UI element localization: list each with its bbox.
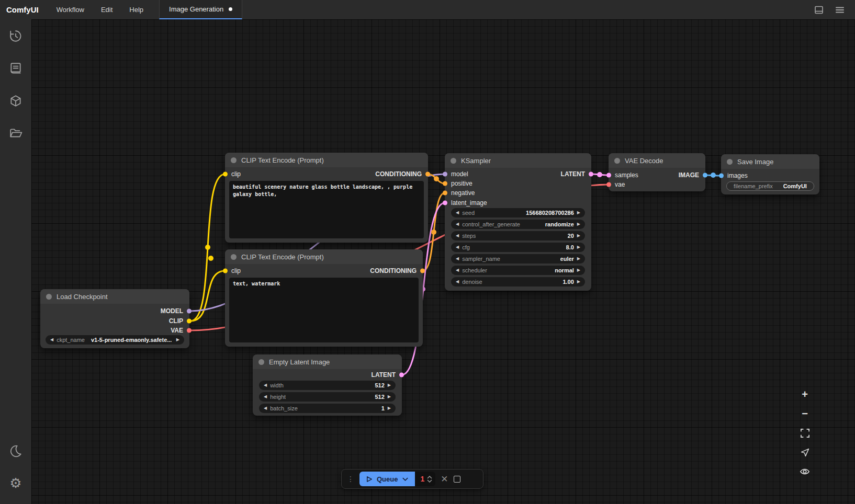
collapse-node-icon[interactable] bbox=[231, 157, 237, 163]
chevron-down-icon[interactable] bbox=[402, 476, 409, 483]
select-mode-arrow-icon[interactable] bbox=[798, 446, 811, 459]
collapse-node-icon[interactable] bbox=[727, 159, 733, 165]
decrement-arrow-icon[interactable]: ◀ bbox=[456, 245, 459, 249]
spinner-down-icon[interactable] bbox=[427, 479, 432, 483]
width-widget[interactable]: ◀ width 512 ▶ bbox=[259, 381, 396, 390]
increment-arrow-icon[interactable]: ▶ bbox=[388, 406, 391, 410]
node-ksampler[interactable]: KSampler model LATENT positive negative … bbox=[445, 153, 591, 291]
cfg-widget[interactable]: ◀ cfg 8.0 ▶ bbox=[451, 243, 585, 252]
workflows-folder-icon[interactable] bbox=[5, 123, 26, 144]
prev-value-arrow-icon[interactable]: ◀ bbox=[50, 338, 53, 342]
collapse-node-icon[interactable] bbox=[46, 294, 52, 300]
increment-arrow-icon[interactable]: ▶ bbox=[388, 395, 391, 399]
steps-widget[interactable]: ◀ steps 20 ▶ bbox=[451, 231, 585, 240]
next-value-arrow-icon[interactable]: ▶ bbox=[577, 222, 580, 226]
increment-arrow-icon[interactable]: ▶ bbox=[577, 245, 580, 249]
next-value-arrow-icon[interactable]: ▶ bbox=[176, 338, 179, 342]
increment-arrow-icon[interactable]: ▶ bbox=[388, 383, 391, 387]
hamburger-menu-icon[interactable] bbox=[832, 2, 848, 18]
theme-toggle-moon-icon[interactable] bbox=[5, 440, 26, 461]
denoise-widget[interactable]: ◀ denoise 1.00 ▶ bbox=[451, 277, 585, 287]
node-header[interactable]: CLIP Text Encode (Prompt) bbox=[225, 249, 423, 264]
prev-value-arrow-icon[interactable]: ◀ bbox=[456, 268, 459, 272]
collapse-node-icon[interactable] bbox=[231, 254, 237, 260]
decrement-arrow-icon[interactable]: ◀ bbox=[264, 406, 267, 410]
clip-input-slot[interactable] bbox=[223, 172, 228, 177]
next-value-arrow-icon[interactable]: ▶ bbox=[577, 257, 580, 261]
scheduler-widget[interactable]: ◀ scheduler normal ▶ bbox=[451, 266, 585, 275]
node-empty-latent-image[interactable]: Empty Latent Image LATENT ◀ width 512 ▶ … bbox=[253, 354, 402, 416]
queue-history-icon[interactable] bbox=[5, 26, 26, 47]
negative-input-slot[interactable] bbox=[443, 191, 447, 196]
zoom-in-icon[interactable]: + bbox=[798, 388, 811, 400]
toggle-link-visibility-eye-icon[interactable] bbox=[798, 465, 811, 478]
latent-output-slot[interactable] bbox=[399, 373, 404, 377]
vae-output-slot[interactable] bbox=[187, 328, 192, 333]
vae-input-slot[interactable] bbox=[606, 182, 611, 187]
node-header[interactable]: Empty Latent Image bbox=[253, 354, 402, 369]
image-output-slot[interactable] bbox=[703, 173, 707, 178]
images-input-slot[interactable] bbox=[719, 174, 724, 178]
tab-image-generation[interactable]: Image Generation bbox=[159, 0, 242, 19]
batch-size-widget[interactable]: ◀ batch_size 1 ▶ bbox=[259, 404, 396, 413]
bottom-panel-icon[interactable] bbox=[811, 2, 827, 18]
latent-image-input-slot[interactable] bbox=[443, 201, 447, 205]
height-widget[interactable]: ◀ height 512 ▶ bbox=[259, 392, 396, 402]
filename-prefix-widget[interactable]: filename_prefix ComfyUI bbox=[726, 181, 814, 191]
negative-prompt-textarea[interactable]: text, watermark bbox=[229, 278, 419, 342]
collapse-node-icon[interactable] bbox=[614, 158, 620, 164]
node-header[interactable]: VAE Decode bbox=[609, 153, 705, 168]
prev-value-arrow-icon[interactable]: ◀ bbox=[456, 222, 459, 226]
menu-edit[interactable]: Edit bbox=[93, 0, 121, 19]
settings-gear-icon[interactable]: ⚙ bbox=[5, 473, 26, 494]
node-header[interactable]: CLIP Text Encode (Prompt) bbox=[225, 153, 428, 167]
spinner-up-icon[interactable] bbox=[427, 476, 432, 479]
seed-widget[interactable]: ◀ seed 156680208700286 ▶ bbox=[451, 208, 585, 217]
decrement-arrow-icon[interactable]: ◀ bbox=[456, 211, 459, 215]
sampler-name-widget[interactable]: ◀ sampler_name euler ▶ bbox=[451, 254, 585, 264]
node-vae-decode[interactable]: VAE Decode samples IMAGE vae bbox=[609, 153, 705, 191]
collapse-node-icon[interactable] bbox=[451, 158, 456, 164]
conditioning-output-slot[interactable] bbox=[425, 172, 430, 177]
decrement-arrow-icon[interactable]: ◀ bbox=[456, 234, 459, 238]
decrement-arrow-icon[interactable]: ◀ bbox=[456, 280, 459, 284]
batch-count-input[interactable]: 1 bbox=[415, 472, 435, 486]
node-header[interactable]: KSampler bbox=[445, 153, 591, 168]
prev-value-arrow-icon[interactable]: ◀ bbox=[456, 257, 459, 261]
menu-help[interactable]: Help bbox=[121, 0, 152, 19]
next-value-arrow-icon[interactable]: ▶ bbox=[577, 268, 580, 272]
latent-output-slot[interactable] bbox=[589, 172, 593, 177]
node-clip-text-encode-positive[interactable]: CLIP Text Encode (Prompt) clip CONDITION… bbox=[225, 153, 428, 243]
positive-prompt-textarea[interactable]: beautiful scenery nature glass bottle la… bbox=[229, 181, 424, 238]
node-graph-canvas[interactable] bbox=[31, 19, 855, 504]
menu-workflow[interactable]: Workflow bbox=[48, 0, 93, 19]
node-header[interactable]: Load Checkpoint bbox=[40, 289, 189, 304]
increment-arrow-icon[interactable]: ▶ bbox=[577, 280, 580, 284]
ckpt-name-widget[interactable]: ◀ ckpt_name v1-5-pruned-emaonly.safete..… bbox=[46, 335, 184, 345]
fit-view-icon[interactable] bbox=[798, 427, 811, 439]
samples-input-slot[interactable] bbox=[606, 173, 611, 178]
node-clip-text-encode-negative[interactable]: CLIP Text Encode (Prompt) clip CONDITION… bbox=[225, 249, 423, 347]
collapse-node-icon[interactable] bbox=[258, 359, 264, 365]
conditioning-output-slot[interactable] bbox=[420, 269, 425, 273]
node-save-image[interactable]: Save Image images filename_prefix ComfyU… bbox=[721, 154, 819, 194]
positive-input-slot[interactable] bbox=[443, 181, 447, 186]
decrement-arrow-icon[interactable]: ◀ bbox=[264, 395, 267, 399]
clip-input-slot[interactable] bbox=[223, 269, 228, 273]
model-output-slot[interactable] bbox=[187, 309, 192, 314]
increment-arrow-icon[interactable]: ▶ bbox=[577, 234, 580, 238]
node-load-checkpoint[interactable]: Load Checkpoint MODEL CLIP VAE ◀ ckpt_na… bbox=[40, 289, 189, 348]
model-input-slot[interactable] bbox=[443, 172, 447, 177]
clip-output-slot[interactable] bbox=[187, 319, 192, 324]
queue-button[interactable]: Queue bbox=[359, 472, 415, 486]
node-header[interactable]: Save Image bbox=[721, 154, 819, 169]
clear-queue-icon[interactable]: ✕ bbox=[441, 475, 448, 484]
node-library-icon[interactable] bbox=[5, 58, 26, 79]
drag-handle-icon[interactable]: ⋮ bbox=[347, 475, 354, 483]
zoom-out-icon[interactable]: − bbox=[798, 407, 811, 420]
decrement-arrow-icon[interactable]: ◀ bbox=[264, 383, 267, 387]
interrupt-stop-icon[interactable] bbox=[454, 476, 460, 483]
control-after-generate-widget[interactable]: ◀ control_after_generate randomize ▶ bbox=[451, 220, 585, 229]
increment-arrow-icon[interactable]: ▶ bbox=[577, 211, 580, 215]
model-library-icon[interactable] bbox=[5, 90, 26, 111]
